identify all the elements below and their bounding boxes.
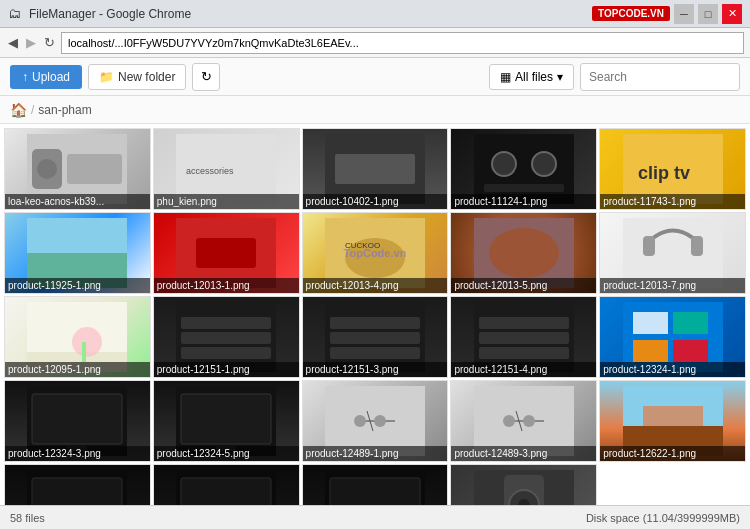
upload-label: Upload (32, 70, 70, 84)
list-item[interactable]: product-10402-1.png (302, 128, 449, 210)
svg-rect-32 (181, 332, 271, 344)
file-label: product-12489-1.png (303, 446, 448, 461)
svg-point-22 (489, 228, 559, 278)
file-label: product-12489-3.png (451, 446, 596, 461)
svg-rect-40 (479, 332, 569, 344)
title-bar-right: TOPCODE.VN ─ □ ✕ (592, 4, 742, 24)
close-button[interactable]: ✕ (722, 4, 742, 24)
list-item[interactable]: product-12622-1.png (599, 380, 746, 462)
breadcrumb-separator: / (31, 103, 34, 117)
svg-rect-17 (196, 238, 256, 268)
file-label: product-12151-1.png (154, 362, 299, 377)
svg-rect-2 (67, 154, 122, 184)
disk-space: Disk space (11.04/3999999MB) (586, 512, 740, 524)
svg-point-28 (72, 327, 102, 357)
list-item[interactable]: product-11124-1.png (450, 128, 597, 210)
list-item[interactable]: product-12013-7.png (599, 212, 746, 294)
filter-dropdown-icon: ▾ (557, 70, 563, 84)
minimize-button[interactable]: ─ (674, 4, 694, 24)
filter-button[interactable]: ▦ All files ▾ (489, 64, 574, 90)
svg-rect-44 (673, 312, 708, 334)
file-label: product-12324-3.png (5, 446, 150, 461)
svg-rect-69 (181, 478, 271, 505)
file-label: product-12324-5.png (154, 446, 299, 461)
svg-rect-71 (330, 478, 420, 505)
list-item[interactable]: product-12489-1.png (302, 380, 449, 462)
file-thumbnail (154, 465, 299, 505)
list-item[interactable]: product-12623-1.png (4, 464, 151, 505)
svg-rect-51 (181, 394, 271, 444)
svg-rect-33 (181, 347, 271, 359)
svg-rect-67 (32, 478, 122, 505)
new-folder-button[interactable]: 📁 New folder (88, 64, 186, 90)
svg-rect-45 (633, 340, 668, 362)
list-item[interactable]: product-12625-1.png (302, 464, 449, 505)
file-label: product-11743-1.png (600, 194, 745, 209)
svg-rect-25 (691, 236, 703, 256)
folder-icon: 📁 (99, 70, 114, 84)
file-thumbnail (451, 465, 596, 505)
list-item[interactable]: product-12151-3.png (302, 296, 449, 378)
filter-icon: ▦ (500, 70, 511, 84)
file-label: product-12622-1.png (600, 446, 745, 461)
nav-back-icon[interactable]: ◀ (6, 35, 20, 50)
search-input[interactable] (580, 63, 740, 91)
svg-rect-7 (335, 154, 415, 184)
svg-rect-31 (181, 317, 271, 329)
title-bar-title: FileManager - Google Chrome (29, 7, 191, 21)
address-input[interactable] (61, 32, 744, 54)
list-item[interactable]: product-12626-1.png (450, 464, 597, 505)
file-label: product-12151-3.png (303, 362, 448, 377)
svg-rect-35 (330, 317, 420, 329)
svg-point-9 (492, 152, 516, 176)
list-item[interactable]: CUCKOOTopCode.vnproduct-12013-4.png (302, 212, 449, 294)
topcode-logo: TOPCODE.VN (592, 6, 670, 21)
file-label: product-10402-1.png (303, 194, 448, 209)
list-item[interactable]: clip tvproduct-11743-1.png (599, 128, 746, 210)
svg-rect-11 (484, 184, 564, 192)
file-thumbnail (303, 465, 448, 505)
status-bar: 58 files Disk space (11.04/3999999MB) (0, 505, 750, 529)
list-item[interactable]: product-12013-1.png (153, 212, 300, 294)
svg-rect-39 (479, 317, 569, 329)
file-label: product-12324-1.png (600, 362, 745, 377)
list-item[interactable]: product-12013-5.png (450, 212, 597, 294)
svg-rect-65 (643, 406, 703, 426)
list-item[interactable]: product-12324-1.png (599, 296, 746, 378)
svg-rect-37 (330, 347, 420, 359)
svg-rect-41 (479, 347, 569, 359)
filter-label: All files (515, 70, 553, 84)
svg-point-60 (503, 415, 515, 427)
list-item[interactable]: product-12095-1.png (4, 296, 151, 378)
home-icon[interactable]: 🏠 (10, 102, 27, 118)
maximize-button[interactable]: □ (698, 4, 718, 24)
file-label: product-12151-4.png (451, 362, 596, 377)
file-label: product-12013-5.png (451, 278, 596, 293)
title-bar-icon: 🗂 (8, 6, 21, 21)
list-item[interactable]: loa-keo-acnos-kb39... (4, 128, 151, 210)
svg-rect-46 (673, 340, 708, 362)
svg-text:clip tv: clip tv (638, 163, 690, 183)
refresh-button[interactable]: ↻ (192, 63, 220, 91)
list-item[interactable]: product-12324-3.png (4, 380, 151, 462)
list-item[interactable]: accessoriesphu_kien.png (153, 128, 300, 210)
file-label: product-12095-1.png (5, 362, 150, 377)
nav-forward-icon[interactable]: ▶ (24, 35, 38, 50)
list-item[interactable]: product-12151-4.png (450, 296, 597, 378)
svg-rect-29 (82, 342, 86, 362)
breadcrumb-current: san-pham (38, 103, 91, 117)
toolbar: ↑ Upload 📁 New folder ↻ ▦ All files ▾ (0, 58, 750, 96)
svg-point-61 (523, 415, 535, 427)
upload-button[interactable]: ↑ Upload (10, 65, 82, 89)
list-item[interactable]: product-12324-5.png (153, 380, 300, 462)
list-item[interactable]: product-12151-1.png (153, 296, 300, 378)
nav-refresh-icon[interactable]: ↻ (42, 35, 57, 50)
list-item[interactable]: product-12489-3.png (450, 380, 597, 462)
file-label: product-11925-1.png (5, 278, 150, 293)
file-label: product-12013-1.png (154, 278, 299, 293)
svg-text:CUCKOO: CUCKOO (345, 241, 380, 250)
svg-point-10 (532, 152, 556, 176)
svg-rect-43 (633, 312, 668, 334)
list-item[interactable]: product-12624-1.png (153, 464, 300, 505)
list-item[interactable]: product-11925-1.png (4, 212, 151, 294)
